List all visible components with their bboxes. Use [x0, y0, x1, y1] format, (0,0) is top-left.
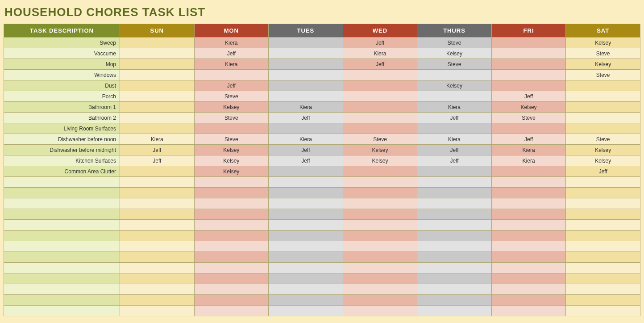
task-cell[interactable]: Dishwasher before noon	[4, 134, 120, 145]
cell-sun[interactable]	[120, 48, 195, 59]
cell-mon[interactable]	[194, 252, 269, 263]
task-cell[interactable]	[4, 231, 120, 241]
task-cell[interactable]: Kitchen Surfaces	[4, 155, 120, 166]
cell-mon[interactable]	[194, 273, 269, 284]
task-cell[interactable]: Dishwasher before midnight	[4, 145, 120, 155]
cell-tues[interactable]	[269, 59, 343, 70]
cell-fri[interactable]: Jeff	[491, 91, 566, 102]
cell-thurs[interactable]: Jeff	[417, 155, 492, 166]
cell-sat[interactable]	[566, 91, 640, 102]
cell-thurs[interactable]	[417, 306, 492, 316]
cell-sat[interactable]	[566, 209, 640, 220]
cell-sat[interactable]	[566, 102, 640, 113]
cell-tues[interactable]	[269, 38, 343, 48]
cell-wed[interactable]	[343, 273, 417, 284]
cell-fri[interactable]	[491, 306, 566, 316]
task-cell[interactable]	[4, 188, 120, 198]
cell-tues[interactable]	[269, 91, 343, 102]
cell-mon[interactable]	[194, 188, 269, 198]
cell-thurs[interactable]: Jeff	[417, 145, 492, 155]
cell-wed[interactable]	[343, 295, 417, 306]
cell-tues[interactable]	[269, 263, 343, 273]
cell-mon[interactable]	[194, 177, 269, 188]
cell-mon[interactable]: Kelsey	[194, 145, 269, 155]
cell-fri[interactable]: Kiera	[491, 155, 566, 166]
cell-tues[interactable]	[269, 166, 343, 177]
cell-mon[interactable]: Kiera	[194, 38, 269, 48]
cell-wed[interactable]	[343, 113, 417, 123]
task-cell[interactable]	[4, 198, 120, 209]
cell-thurs[interactable]: Steve	[417, 38, 492, 48]
cell-wed[interactable]: Steve	[343, 134, 417, 145]
cell-fri[interactable]	[491, 70, 566, 80]
cell-sun[interactable]	[120, 59, 195, 70]
cell-wed[interactable]	[343, 231, 417, 241]
cell-wed[interactable]	[343, 263, 417, 273]
cell-tues[interactable]: Kiera	[269, 102, 343, 113]
cell-tues[interactable]: Jeff	[269, 113, 343, 123]
cell-fri[interactable]	[491, 177, 566, 188]
cell-mon[interactable]	[194, 241, 269, 252]
cell-wed[interactable]: Jeff	[343, 59, 417, 70]
cell-mon[interactable]: Jeff	[194, 48, 269, 59]
cell-sat[interactable]	[566, 284, 640, 295]
cell-fri[interactable]	[491, 273, 566, 284]
task-cell[interactable]	[4, 263, 120, 273]
cell-sun[interactable]: Kiera	[120, 134, 195, 145]
cell-wed[interactable]	[343, 306, 417, 316]
cell-sun[interactable]	[120, 273, 195, 284]
cell-sat[interactable]: Kelsey	[566, 38, 640, 48]
task-cell[interactable]: Bathroom 1	[4, 102, 120, 113]
cell-sat[interactable]	[566, 263, 640, 273]
cell-tues[interactable]	[269, 231, 343, 241]
cell-sun[interactable]	[120, 123, 195, 134]
cell-tues[interactable]	[269, 209, 343, 220]
cell-sun[interactable]	[120, 231, 195, 241]
task-cell[interactable]: Porch	[4, 91, 120, 102]
cell-sun[interactable]	[120, 102, 195, 113]
cell-mon[interactable]	[194, 70, 269, 80]
cell-sat[interactable]: Steve	[566, 134, 640, 145]
cell-fri[interactable]: Kelsey	[491, 102, 566, 113]
cell-fri[interactable]	[491, 241, 566, 252]
cell-sun[interactable]	[120, 113, 195, 123]
cell-wed[interactable]	[343, 220, 417, 231]
cell-sun[interactable]	[120, 198, 195, 209]
task-cell[interactable]	[4, 284, 120, 295]
task-cell[interactable]	[4, 220, 120, 231]
cell-thurs[interactable]: Jeff	[417, 113, 492, 123]
cell-mon[interactable]: Steve	[194, 113, 269, 123]
task-cell[interactable]	[4, 273, 120, 284]
cell-fri[interactable]	[491, 263, 566, 273]
cell-thurs[interactable]	[417, 220, 492, 231]
cell-wed[interactable]	[343, 70, 417, 80]
cell-sat[interactable]: Steve	[566, 48, 640, 59]
cell-fri[interactable]	[491, 209, 566, 220]
cell-sun[interactable]	[120, 263, 195, 273]
cell-wed[interactable]	[343, 177, 417, 188]
cell-mon[interactable]	[194, 198, 269, 209]
cell-mon[interactable]: Kiera	[194, 59, 269, 70]
cell-fri[interactable]: Steve	[491, 113, 566, 123]
cell-thurs[interactable]	[417, 295, 492, 306]
cell-sat[interactable]	[566, 80, 640, 91]
cell-tues[interactable]	[269, 252, 343, 263]
cell-thurs[interactable]	[417, 91, 492, 102]
cell-fri[interactable]	[491, 220, 566, 231]
cell-thurs[interactable]	[417, 273, 492, 284]
cell-sun[interactable]	[120, 209, 195, 220]
cell-sat[interactable]: Jeff	[566, 166, 640, 177]
cell-tues[interactable]	[269, 273, 343, 284]
cell-sun[interactable]	[120, 252, 195, 263]
cell-wed[interactable]: Kiera	[343, 48, 417, 59]
cell-sat[interactable]	[566, 123, 640, 134]
cell-tues[interactable]	[269, 295, 343, 306]
cell-sun[interactable]	[120, 188, 195, 198]
cell-wed[interactable]: Kelsey	[343, 145, 417, 155]
task-cell[interactable]: Bathroom 2	[4, 113, 120, 123]
cell-sat[interactable]	[566, 198, 640, 209]
cell-thurs[interactable]	[417, 263, 492, 273]
cell-fri[interactable]	[491, 231, 566, 241]
task-cell[interactable]	[4, 306, 120, 316]
cell-thurs[interactable]	[417, 252, 492, 263]
